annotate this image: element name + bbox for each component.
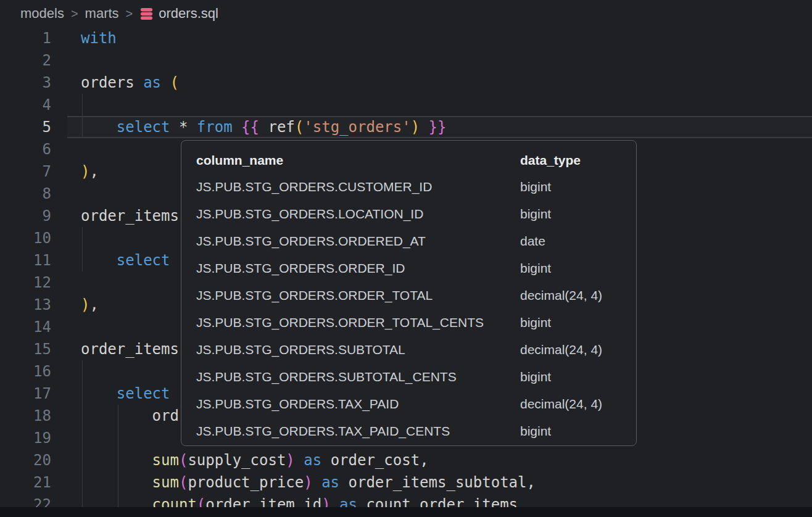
- token-id: [161, 74, 170, 91]
- data-type-cell: bigint: [520, 255, 551, 282]
- code-text: count(order_item_id) as count_order_item…: [81, 494, 518, 507]
- data-type-cell: bigint: [520, 309, 551, 336]
- token-b2: }}: [429, 118, 447, 136]
- code-text: select * from {{ ref('stg_orders') }}: [81, 116, 446, 138]
- code-line-4[interactable]: 4: [0, 94, 812, 116]
- code-line-22[interactable]: 22 count(order_item_id) as count_order_i…: [0, 494, 812, 507]
- token-b1: ): [81, 296, 89, 313]
- token-id: [81, 474, 152, 491]
- token-id: [81, 118, 117, 136]
- line-number[interactable]: 18: [0, 405, 51, 427]
- data-type-cell: date: [520, 228, 545, 255]
- column-info-row: JS.PUB.STG_ORDERS.ORDER_TOTALdecimal(24,…: [181, 282, 636, 309]
- code-text: select: [81, 249, 170, 271]
- token-id: [259, 118, 268, 136]
- token-id: [81, 452, 152, 469]
- column-name-cell: JS.PUB.STG_ORDERS.LOCATION_ID: [196, 201, 423, 228]
- line-number[interactable]: 11: [0, 249, 51, 271]
- line-number[interactable]: 21: [0, 471, 51, 494]
- token-id: [233, 118, 241, 136]
- token-b2: ): [321, 496, 330, 507]
- indent-guide: [82, 427, 83, 449]
- line-number[interactable]: 12: [0, 271, 51, 294]
- token-id: [339, 474, 348, 491]
- indent-guide: [118, 427, 118, 449]
- line-number[interactable]: 20: [0, 449, 51, 471]
- code-text: sum(product_price) as order_items_subtot…: [81, 471, 536, 494]
- breadcrumb-item-models[interactable]: models: [20, 6, 64, 22]
- token-id: [170, 118, 179, 136]
- breadcrumb-separator: >: [71, 7, 78, 21]
- line-number[interactable]: 15: [0, 338, 51, 360]
- column-name-cell: JS.PUB.STG_ORDERS.ORDER_TOTAL: [196, 282, 433, 309]
- token-id: ,: [89, 163, 98, 180]
- line-number[interactable]: 13: [0, 294, 51, 316]
- token-id: [331, 496, 339, 507]
- token-id: [357, 496, 366, 507]
- breadcrumb-item-marts[interactable]: marts: [85, 6, 119, 22]
- code-line-21[interactable]: 21 sum(product_price) as order_items_sub…: [0, 471, 812, 494]
- data-type-cell: bigint: [520, 363, 551, 391]
- data-type-header: data_type: [520, 148, 581, 173]
- column-name-cell: JS.PUB.STG_ORDERS.ORDERED_AT: [196, 228, 426, 255]
- line-number[interactable]: 8: [0, 183, 51, 205]
- column-name-cell: JS.PUB.STG_ORDERS.TAX_PAID_CENTS: [196, 418, 450, 445]
- token-b2: (: [197, 496, 205, 507]
- token-id: [81, 252, 117, 269]
- token-kw: as: [143, 74, 161, 91]
- indent-guide: [82, 94, 83, 116]
- column-name-header: column_name: [196, 148, 283, 173]
- breadcrumb-file[interactable]: orders.sql: [139, 6, 218, 22]
- line-number[interactable]: 4: [0, 94, 51, 116]
- data-type-cell: bigint: [520, 201, 551, 228]
- column-info-row: JS.PUB.STG_ORDERS.ORDERED_ATdate: [181, 228, 636, 255]
- token-id: [81, 407, 152, 424]
- code-line-20[interactable]: 20 sum(supply_cost) as order_cost,: [0, 449, 812, 471]
- line-number[interactable]: 6: [0, 138, 51, 160]
- line-number[interactable]: 1: [0, 27, 51, 49]
- code-text: ),: [81, 160, 99, 183]
- tooltip-header-row: column_name data_type: [181, 148, 636, 173]
- line-number[interactable]: 3: [0, 72, 51, 94]
- line-number[interactable]: 2: [0, 49, 51, 72]
- code-line-5[interactable]: 5 select * from {{ ref('stg_orders') }}: [0, 116, 812, 138]
- column-name-cell: JS.PUB.STG_ORDERS.ORDER_TOTAL_CENTS: [196, 309, 484, 336]
- code-line-1[interactable]: 1with: [0, 27, 812, 49]
- bottom-panel-edge: [0, 507, 812, 517]
- code-line-3[interactable]: 3orders as (: [0, 72, 812, 94]
- token-b2: {{: [241, 118, 259, 136]
- token-id: ref: [268, 118, 294, 136]
- token-kw: from: [197, 118, 233, 136]
- token-id: [321, 452, 330, 469]
- code-text: orders as (: [81, 72, 179, 94]
- token-id: ,: [420, 452, 428, 469]
- token-kw: as: [339, 496, 357, 507]
- line-number[interactable]: 16: [0, 360, 51, 383]
- token-id: ord: [152, 407, 179, 424]
- token-b1: ): [411, 118, 420, 136]
- token-kw: select: [117, 118, 170, 136]
- column-name-cell: JS.PUB.STG_ORDERS.CUSTOMER_ID: [196, 173, 432, 201]
- line-number[interactable]: 5: [0, 116, 51, 138]
- token-id: order_item_id: [205, 496, 321, 507]
- line-number[interactable]: 17: [0, 383, 51, 405]
- line-number[interactable]: 7: [0, 160, 51, 183]
- data-type-cell: decimal(24, 4): [520, 336, 602, 363]
- line-number[interactable]: 14: [0, 316, 51, 338]
- line-number[interactable]: 9: [0, 205, 51, 227]
- column-info-tooltip: column_name data_type JS.PUB.STG_ORDERS.…: [181, 140, 637, 446]
- line-number[interactable]: 10: [0, 227, 51, 249]
- column-name-cell: JS.PUB.STG_ORDERS.SUBTOTAL_CENTS: [196, 363, 457, 391]
- token-str: 'stg_orders': [304, 118, 410, 136]
- code-line-2[interactable]: 2: [0, 49, 812, 72]
- token-id: [81, 385, 117, 402]
- breadcrumb: models > marts > orders.sql: [0, 0, 812, 27]
- column-name-cell: JS.PUB.STG_ORDERS.ORDER_ID: [196, 255, 405, 282]
- breadcrumb-file-label: orders.sql: [159, 6, 218, 22]
- token-id: product_price: [188, 474, 304, 491]
- line-number[interactable]: 19: [0, 427, 51, 449]
- line-number[interactable]: 22: [0, 494, 51, 507]
- code-text: order_items: [81, 205, 179, 227]
- token-fn: count: [152, 496, 197, 507]
- code-text: order_items: [81, 338, 179, 360]
